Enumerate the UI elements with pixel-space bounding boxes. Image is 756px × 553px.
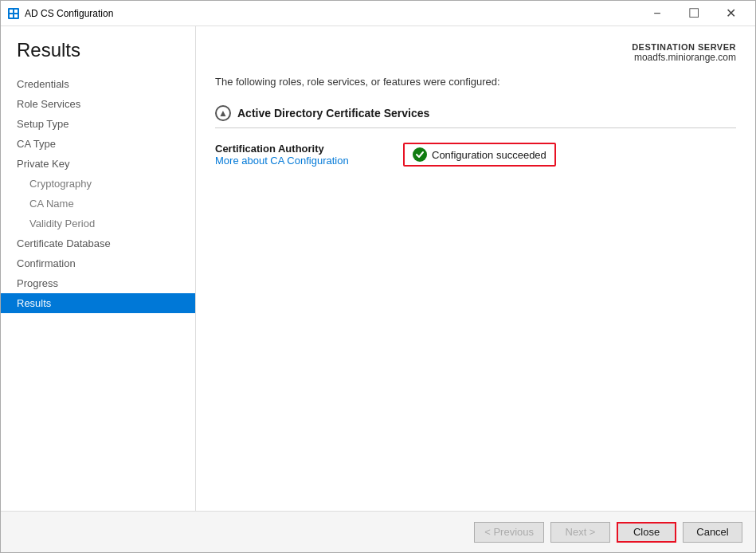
- svg-rect-2: [14, 10, 18, 13]
- sidebar: Results CredentialsRole ServicesSetup Ty…: [1, 26, 196, 511]
- nav-item-results[interactable]: Results: [1, 293, 195, 313]
- intro-text: The following roles, role services, or f…: [215, 76, 736, 88]
- page-title: Results: [1, 39, 195, 74]
- nav-item-private-key[interactable]: Private Key: [1, 154, 195, 174]
- section-header: ▲ Active Directory Certificate Services: [215, 99, 736, 128]
- service-name: Certification Authority: [215, 143, 390, 155]
- destination-server-label: DESTINATION SERVER: [215, 42, 736, 52]
- window: AD CS Configuration − ☐ ✕ Results Creden…: [0, 0, 756, 553]
- nav-item-certificate-database[interactable]: Certificate Database: [1, 233, 195, 253]
- nav-item-ca-type[interactable]: CA Type: [1, 134, 195, 154]
- nav-item-progress[interactable]: Progress: [1, 273, 195, 293]
- service-name-block: Certification Authority More about CA Co…: [215, 143, 390, 167]
- nav-item-cryptography[interactable]: Cryptography: [1, 174, 195, 194]
- title-bar: AD CS Configuration − ☐ ✕: [1, 1, 755, 26]
- minimize-button[interactable]: −: [639, 1, 676, 26]
- window-close-button[interactable]: ✕: [712, 1, 749, 26]
- ca-config-link[interactable]: More about CA Configuration: [215, 155, 349, 167]
- close-button[interactable]: Close: [617, 522, 676, 543]
- nav-item-ca-name[interactable]: CA Name: [1, 194, 195, 214]
- success-icon: [413, 147, 427, 162]
- collapse-icon[interactable]: ▲: [215, 105, 231, 121]
- svg-rect-1: [10, 10, 13, 13]
- svg-rect-3: [10, 14, 13, 18]
- nav-item-role-services[interactable]: Role Services: [1, 94, 195, 114]
- status-text: Configuration succeeded: [432, 149, 546, 161]
- app-icon: [7, 7, 20, 20]
- cancel-button[interactable]: Cancel: [683, 522, 742, 543]
- service-row: Certification Authority More about CA Co…: [215, 136, 736, 173]
- section-title: Active Directory Certificate Services: [237, 107, 429, 120]
- nav-item-validity-period[interactable]: Validity Period: [1, 214, 195, 233]
- destination-server-info: DESTINATION SERVER moadfs.miniorange.com: [215, 42, 736, 63]
- nav-item-credentials[interactable]: Credentials: [1, 74, 195, 94]
- nav-list: CredentialsRole ServicesSetup TypeCA Typ…: [1, 74, 195, 313]
- svg-rect-4: [14, 14, 18, 18]
- main-content: DESTINATION SERVER moadfs.miniorange.com…: [196, 26, 755, 511]
- content-area: Results CredentialsRole ServicesSetup Ty…: [1, 26, 755, 511]
- nav-item-setup-type[interactable]: Setup Type: [1, 114, 195, 134]
- window-title: AD CS Configuration: [25, 8, 639, 19]
- previous-button[interactable]: < Previous: [474, 522, 544, 543]
- window-controls: − ☐ ✕: [639, 1, 749, 26]
- destination-server-value: moadfs.miniorange.com: [215, 52, 736, 63]
- footer: < Previous Next > Close Cancel: [1, 511, 755, 552]
- status-badge: Configuration succeeded: [403, 143, 556, 167]
- next-button[interactable]: Next >: [550, 522, 610, 543]
- maximize-button[interactable]: ☐: [676, 1, 712, 26]
- nav-item-confirmation[interactable]: Confirmation: [1, 253, 195, 273]
